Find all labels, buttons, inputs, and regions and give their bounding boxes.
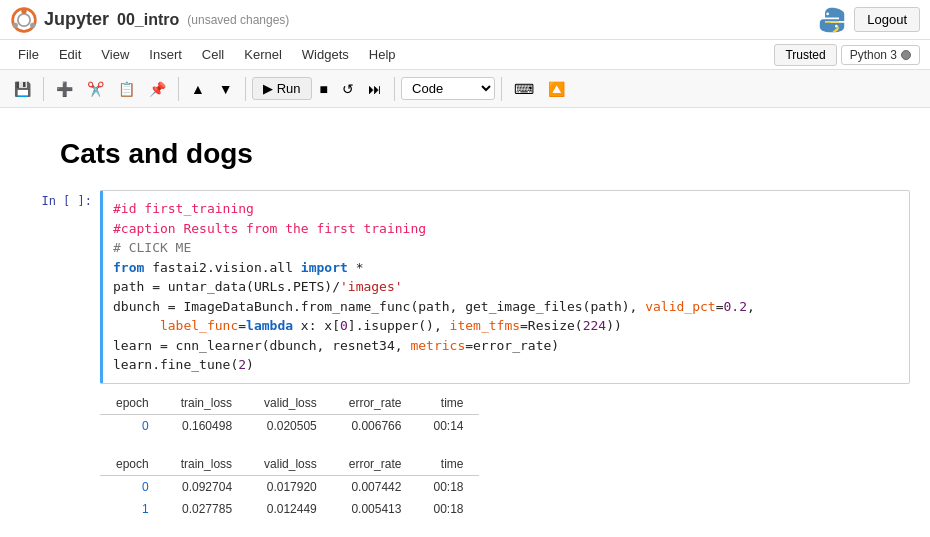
- logout-button[interactable]: Logout: [854, 7, 920, 32]
- topbar-right: Logout: [818, 6, 920, 34]
- add-cell-button[interactable]: ➕: [50, 77, 79, 101]
- divider-5: [501, 77, 502, 101]
- table2-col-time: time: [417, 453, 479, 476]
- table2-cell-train-loss-1: 0.027785: [165, 498, 248, 520]
- table2-cell-valid-loss-1: 0.012449: [248, 498, 333, 520]
- code-line-5: path = untar_data(URLs.PETS)/'images': [113, 277, 899, 297]
- table1-row-0: 0 0.160498 0.020505 0.006766 00:14: [100, 414, 479, 437]
- svg-point-1: [18, 13, 30, 25]
- stop-button[interactable]: ■: [314, 77, 334, 101]
- table2-cell-error-rate-1: 0.005413: [333, 498, 418, 520]
- table1-cell-valid-loss-0: 0.020505: [248, 414, 333, 437]
- divider-1: [43, 77, 44, 101]
- kernel-badge: Python 3: [841, 45, 920, 65]
- cell-output: epoch train_loss valid_loss error_rate t…: [100, 392, 910, 520]
- code-line-1: #id first_training: [113, 199, 899, 219]
- svg-point-2: [21, 8, 26, 13]
- cell-type-select[interactable]: Code Markdown Raw: [401, 77, 495, 100]
- menu-edit[interactable]: Edit: [51, 44, 89, 65]
- table1-cell-epoch-0: 0: [100, 414, 165, 437]
- code-line-7: label_func=lambda x: x[0].isupper(), ite…: [113, 316, 899, 336]
- move-up-button[interactable]: ▲: [185, 77, 211, 101]
- code-line-4: from fastai2.vision.all import *: [113, 258, 899, 278]
- table2-col-epoch: epoch: [100, 453, 165, 476]
- trusted-button[interactable]: Trusted: [774, 44, 836, 66]
- code-line-8: learn = cnn_learner(dbunch, resnet34, me…: [113, 336, 899, 356]
- code-line-2: #caption Results from the first training: [113, 219, 899, 239]
- table2-cell-epoch-1: 1: [100, 498, 165, 520]
- keyboard-shortcut-button[interactable]: ⌨: [508, 77, 540, 101]
- code-line-6: dbunch = ImageDataBunch.from_name_func(p…: [113, 297, 899, 317]
- svg-point-3: [13, 22, 18, 27]
- kernel-name: Python 3: [850, 48, 897, 62]
- divider-2: [178, 77, 179, 101]
- cell-label: In [ ]:: [20, 190, 100, 208]
- table1-cell-error-rate-0: 0.006766: [333, 414, 418, 437]
- table1-cell-time-0: 00:14: [417, 414, 479, 437]
- svg-point-6: [835, 24, 838, 27]
- table2-cell-time-1: 00:18: [417, 498, 479, 520]
- table1-col-epoch: epoch: [100, 392, 165, 415]
- divider-3: [245, 77, 246, 101]
- cell-input[interactable]: #id first_training #caption Results from…: [100, 190, 910, 384]
- paste-cell-button[interactable]: 📌: [143, 77, 172, 101]
- menu-widgets[interactable]: Widgets: [294, 44, 357, 65]
- table2-col-train-loss: train_loss: [165, 453, 248, 476]
- topbar-left: Jupyter 00_intro (unsaved changes): [10, 6, 289, 34]
- menu-help[interactable]: Help: [361, 44, 404, 65]
- table1-header-row: epoch train_loss valid_loss error_rate t…: [100, 392, 479, 415]
- restart-button[interactable]: ↺: [336, 77, 360, 101]
- divider-4: [394, 77, 395, 101]
- run-button[interactable]: ▶ Run: [252, 77, 312, 100]
- run-label: Run: [277, 81, 301, 96]
- code-line-3: # CLICK ME: [113, 238, 899, 258]
- jupyter-logo: Jupyter: [10, 6, 109, 34]
- svg-point-5: [827, 12, 830, 15]
- copy-cell-button[interactable]: 📋: [112, 77, 141, 101]
- table1-col-train-loss: train_loss: [165, 392, 248, 415]
- menubar: File Edit View Insert Cell Kernel Widget…: [0, 40, 930, 70]
- command-palette-button[interactable]: 🔼: [542, 77, 571, 101]
- content-wrap: Cats and dogs In [ ]: #id first_training…: [0, 108, 930, 537]
- toolbar: 💾 ➕ ✂️ 📋 📌 ▲ ▼ ▶ Run ■ ↺ ⏭ Code Markdown…: [0, 70, 930, 108]
- app-name: Jupyter: [44, 9, 109, 30]
- menu-view[interactable]: View: [93, 44, 137, 65]
- svg-point-4: [30, 22, 35, 27]
- run-icon: ▶: [263, 81, 273, 96]
- notebook-content: Cats and dogs In [ ]: #id first_training…: [0, 108, 930, 537]
- notebook-heading: Cats and dogs: [0, 128, 930, 190]
- table2-row-1: 1 0.027785 0.012449 0.005413 00:18: [100, 498, 479, 520]
- menu-kernel[interactable]: Kernel: [236, 44, 290, 65]
- output-table-1: epoch train_loss valid_loss error_rate t…: [100, 392, 479, 437]
- move-down-button[interactable]: ▼: [213, 77, 239, 101]
- unsaved-changes: (unsaved changes): [187, 13, 289, 27]
- jupyter-logo-icon: [10, 6, 38, 34]
- table1-col-time: time: [417, 392, 479, 415]
- notebook-title: 00_intro: [117, 11, 179, 29]
- table2-col-valid-loss: valid_loss: [248, 453, 333, 476]
- table2-cell-time-0: 00:18: [417, 475, 479, 498]
- table2-cell-epoch-0: 0: [100, 475, 165, 498]
- python-logo-icon: [818, 6, 846, 34]
- table2-row-0: 0 0.092704 0.017920 0.007442 00:18: [100, 475, 479, 498]
- table2-cell-train-loss-0: 0.092704: [165, 475, 248, 498]
- cut-cell-button[interactable]: ✂️: [81, 77, 110, 101]
- table1-cell-train-loss-0: 0.160498: [165, 414, 248, 437]
- menu-file[interactable]: File: [10, 44, 47, 65]
- kernel-status-circle: [901, 50, 911, 60]
- code-cell: In [ ]: #id first_training #caption Resu…: [0, 190, 930, 384]
- table2-cell-error-rate-0: 0.007442: [333, 475, 418, 498]
- restart-run-all-button[interactable]: ⏭: [362, 77, 388, 101]
- code-line-9: learn.fine_tune(2): [113, 355, 899, 375]
- output-table-2: epoch train_loss valid_loss error_rate t…: [100, 453, 479, 520]
- table2-cell-valid-loss-0: 0.017920: [248, 475, 333, 498]
- topbar: Jupyter 00_intro (unsaved changes) Logou…: [0, 0, 930, 40]
- menu-cell[interactable]: Cell: [194, 44, 232, 65]
- table1-col-error-rate: error_rate: [333, 392, 418, 415]
- table2-col-error-rate: error_rate: [333, 453, 418, 476]
- menu-insert[interactable]: Insert: [141, 44, 190, 65]
- menubar-right: Trusted Python 3: [774, 44, 920, 66]
- table2-header-row: epoch train_loss valid_loss error_rate t…: [100, 453, 479, 476]
- table1-col-valid-loss: valid_loss: [248, 392, 333, 415]
- save-button[interactable]: 💾: [8, 77, 37, 101]
